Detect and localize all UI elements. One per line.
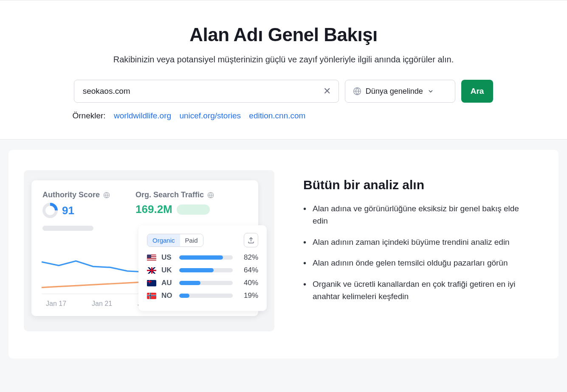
metric-label: Authority Score: [42, 190, 100, 199]
flag-icon: [147, 280, 156, 286]
authority-score-block: Authority Score 91: [42, 190, 110, 231]
example-link[interactable]: edition.cnn.com: [249, 111, 305, 120]
globe-icon: [207, 192, 214, 199]
metric-label: Org. Search Traffic: [135, 190, 204, 199]
close-icon: ✕: [323, 86, 331, 97]
bar-fill: [179, 255, 223, 260]
feature-bullet: Organik ve ücretli kanallardan en çok tr…: [303, 278, 535, 303]
country-code: NO: [161, 291, 174, 300]
feature-text: Bütün bir analiz alın Alan adına ve görü…: [303, 170, 535, 311]
countries-card: Organic Paid US82%UK64%AU40%NO19%: [138, 225, 267, 311]
widget-preview: Authority Score 91: [24, 170, 274, 331]
bar-track: [179, 294, 233, 298]
hero-section: Alan Adı Genel Bakışı Rakibinizin veya p…: [0, 0, 567, 140]
feature-bullet: Alan adının zaman içindeki büyüme trendi…: [303, 236, 535, 248]
search-row: ✕ Dünya genelinde Ara: [0, 80, 567, 103]
country-pct: 40%: [238, 279, 258, 287]
org-traffic-value: 169.2M: [135, 203, 172, 216]
org-traffic-block: Org. Search Traffic 169.2M: [135, 190, 214, 231]
segment-paid[interactable]: Paid: [180, 234, 203, 246]
authority-score-title: Authority Score: [42, 190, 110, 199]
search-button[interactable]: Ara: [461, 80, 494, 103]
skeleton-bar: [42, 226, 93, 231]
example-link[interactable]: worldwildlife.org: [114, 111, 171, 120]
region-select[interactable]: Dünya genelinde: [345, 80, 455, 103]
feature-heading: Bütün bir analiz alın: [303, 178, 535, 192]
org-traffic-title: Org. Search Traffic: [135, 190, 214, 199]
country-row: US82%: [147, 253, 258, 262]
country-row: NO19%: [147, 291, 258, 300]
country-list: US82%UK64%AU40%NO19%: [147, 253, 258, 300]
segment-organic[interactable]: Organic: [147, 234, 180, 246]
export-button[interactable]: [244, 233, 258, 247]
authority-score-value: 91: [62, 204, 74, 217]
bar-track: [179, 268, 233, 272]
bar-fill: [179, 281, 200, 285]
score-ring-icon: [42, 203, 58, 218]
example-link[interactable]: unicef.org/stories: [179, 111, 241, 120]
flag-icon: [147, 267, 156, 274]
examples-label: Örnekler:: [73, 111, 106, 120]
globe-icon: [103, 192, 110, 199]
traffic-type-segmented: Organic Paid: [147, 234, 203, 247]
bar-fill: [179, 294, 189, 298]
axis-tick: Jan 21: [92, 300, 112, 308]
bar-track: [179, 281, 233, 285]
country-row: AU40%: [147, 279, 258, 287]
country-pct: 64%: [238, 266, 258, 274]
feature-bullets: Alan adına ve görünürlüğüne eksiksiz bir…: [303, 202, 535, 303]
country-code: AU: [161, 279, 174, 287]
feature-bullet: Alan adının önde gelen temsilci olduğu p…: [303, 257, 535, 269]
bar-fill: [179, 268, 214, 272]
trend-pill: [177, 204, 210, 215]
chevron-down-icon: [427, 88, 434, 95]
globe-icon: [353, 87, 361, 95]
country-code: UK: [161, 266, 174, 274]
examples-row: Örnekler: worldwildlife.org unicef.org/s…: [73, 111, 495, 120]
country-code: US: [161, 253, 174, 262]
region-label: Dünya genelinde: [366, 87, 423, 96]
country-row: UK64%: [147, 266, 258, 274]
domain-search-input[interactable]: [74, 80, 339, 103]
axis-tick: Jan 17: [46, 300, 66, 308]
country-pct: 82%: [238, 253, 258, 262]
search-input-wrap: ✕: [74, 80, 339, 103]
flag-icon: [147, 255, 156, 261]
bar-track: [179, 255, 233, 260]
page-subtitle: Rakibinizin veya potansiyel müşterinizin…: [0, 55, 567, 64]
clear-input-button[interactable]: ✕: [321, 85, 333, 97]
feature-section: Authority Score 91: [8, 150, 559, 358]
country-pct: 19%: [238, 291, 258, 300]
flag-icon: [147, 293, 156, 299]
page-title: Alan Adı Genel Bakışı: [0, 24, 567, 45]
feature-bullet: Alan adına ve görünürlüğüne eksiksiz bir…: [303, 202, 535, 227]
upload-icon: [247, 236, 255, 244]
